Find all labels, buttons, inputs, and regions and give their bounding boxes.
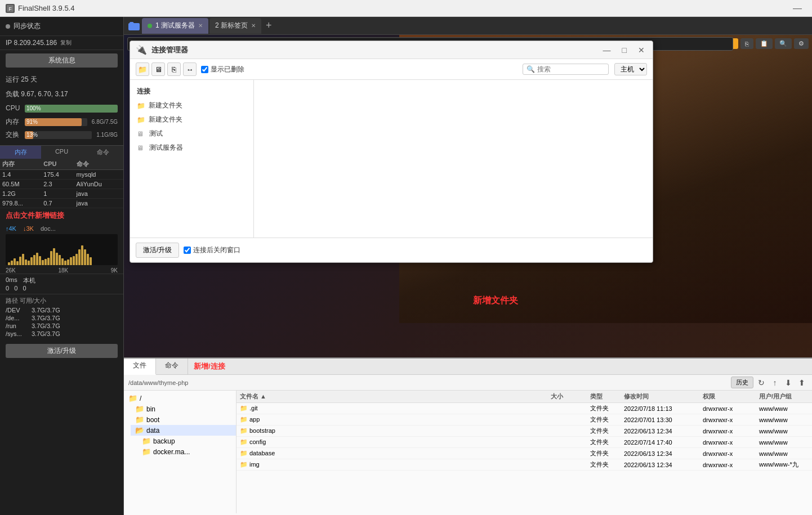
col-size[interactable]: 大小 xyxy=(547,392,587,401)
file-name: 📁bootstrap xyxy=(237,427,547,435)
proc-row[interactable]: 1.2G1java xyxy=(0,189,123,198)
copy-icon-button[interactable]: ⎘ xyxy=(740,38,753,49)
app-icon: F xyxy=(6,4,15,13)
conn-tree-item-folder2[interactable]: 📁 新建文件夹 xyxy=(132,113,251,127)
folder-icon-bin: 📁 xyxy=(135,405,144,413)
tree-item-docker[interactable]: 📁docker.ma... xyxy=(137,446,236,457)
proc-tab-cpu[interactable]: CPU xyxy=(41,146,82,159)
sys-info-button[interactable]: 系统信息 xyxy=(6,53,118,68)
col-name[interactable]: 文件名 ▲ xyxy=(237,392,547,401)
minimize-button[interactable]: — xyxy=(788,3,806,14)
file-tab-cmd[interactable]: 命令 xyxy=(156,359,188,374)
conn-modal-minimize[interactable]: — xyxy=(601,46,613,55)
file-list-row[interactable]: 📁config 文件夹 2022/07/14 17:40 drwxrwxr-x … xyxy=(237,437,812,448)
net-bar xyxy=(70,257,72,265)
file-perm: drwxrwxr-x xyxy=(699,450,756,457)
proc-col-mem: 内存 xyxy=(0,159,41,170)
file-list-row[interactable]: 📁app 文件夹 2022/07/01 13:30 drwxrwxr-x www… xyxy=(237,414,812,426)
tree-item-data[interactable]: 📂data xyxy=(131,425,236,436)
tree-label-backup: backup xyxy=(153,437,175,445)
net-bar xyxy=(47,258,50,265)
proc-col-cmd: 命令 xyxy=(74,159,123,170)
conn-tree-item-testserver[interactable]: 🖥 测试服务器 xyxy=(132,141,251,155)
tree-item-boot[interactable]: 📁boot xyxy=(131,414,236,425)
conn-close-after-checkbox[interactable] xyxy=(184,247,191,254)
conn-tree-item-test[interactable]: 🖥 测试 xyxy=(132,127,251,141)
disk-row: /de...3.7G/3.7G xyxy=(6,315,118,321)
conn-close-after-checkbox-label[interactable]: 连接后关闭窗口 xyxy=(184,245,240,255)
col-type[interactable]: 类型 xyxy=(587,392,621,401)
col-owner[interactable]: 用户/用户组 xyxy=(756,392,812,401)
conn-show-deleted[interactable]: 显示已删除 xyxy=(201,65,244,74)
tab-bar: 1 测试服务器 ✕ 2 新标签页 ✕ + xyxy=(124,17,812,35)
disk-row: /run3.7G/3.7G xyxy=(6,323,118,329)
up-icon[interactable]: ↑ xyxy=(769,377,780,388)
col-perm[interactable]: 权限 xyxy=(699,392,756,401)
proc-row[interactable]: 60.5M2.3AliYunDu xyxy=(0,179,123,189)
conn-search-input[interactable] xyxy=(537,65,605,73)
conn-tree-label-test: 测试 xyxy=(149,129,163,138)
file-list-row[interactable]: 📁img 文件夹 2022/06/13 12:34 drwxrwxr-x www… xyxy=(237,459,812,471)
copy-ip-button[interactable]: 复制 xyxy=(60,39,72,47)
cpu-progress: 100% xyxy=(25,105,118,113)
file-owner: www/www xyxy=(756,439,812,446)
proc-tabs: 内存 CPU 命令 xyxy=(0,145,123,159)
net-bar xyxy=(28,261,30,265)
download-icon[interactable]: ⬇ xyxy=(783,377,794,388)
activate-button[interactable]: 激活/升级 xyxy=(6,344,118,358)
tab-1-close[interactable]: ✕ xyxy=(198,23,203,29)
file-folder-icon: 📁 xyxy=(240,461,248,468)
tab-2-label: 2 新标签页 xyxy=(215,21,248,30)
conn-new-conn-button[interactable]: 🖥 xyxy=(151,62,165,76)
conn-new-folder-button[interactable]: 📁 xyxy=(136,62,149,76)
tree-item-backup[interactable]: 📁backup xyxy=(137,436,236,446)
net-bar xyxy=(73,256,75,265)
proc-row[interactable]: 979.8...0.7java xyxy=(0,198,123,208)
conn-activate-button[interactable]: 激活/升级 xyxy=(136,243,179,258)
svg-text:F: F xyxy=(8,6,12,12)
file-list-row[interactable]: 📁bootstrap 文件夹 2022/06/13 12:34 drwxrwxr… xyxy=(237,426,812,437)
conn-move-button[interactable]: ↔ xyxy=(183,62,197,76)
tab-1-server[interactable]: 1 测试服务器 ✕ xyxy=(142,18,208,34)
net-level-2: 18K xyxy=(58,267,68,274)
net-bar xyxy=(61,258,64,265)
proc-tab-mem[interactable]: 内存 xyxy=(0,146,41,159)
file-list-row[interactable]: 📁database 文件夹 2022/06/13 12:34 drwxrwxr-… xyxy=(237,448,812,459)
search-icon-button[interactable]: 🔍 xyxy=(775,38,792,49)
swap-row: 交换 13% 1.1G/8G xyxy=(6,129,118,141)
gear-icon-button[interactable]: ⚙ xyxy=(794,38,809,49)
tab-2-newtab[interactable]: 2 新标签页 ✕ xyxy=(209,18,261,34)
net-bar xyxy=(25,259,27,265)
file-folder-icon: 📁 xyxy=(240,405,248,411)
mem-row: 内存 91% 6.8G/7.5G xyxy=(6,116,118,128)
conn-copy-button[interactable]: ⎘ xyxy=(167,62,181,76)
disk-path: /sys... xyxy=(6,330,26,337)
tree-item-bin[interactable]: 📁bin xyxy=(131,404,236,414)
conn-modal-close[interactable]: ✕ xyxy=(636,46,647,55)
proc-col-cpu: CPU xyxy=(41,159,74,170)
folder-tab-icon[interactable] xyxy=(126,18,142,34)
tab-add-button[interactable]: + xyxy=(262,20,275,32)
proc-tab-cmd[interactable]: 命令 xyxy=(82,146,123,159)
col-time[interactable]: 修改时间 xyxy=(621,392,699,401)
file-history-button[interactable]: 历史 xyxy=(731,377,753,388)
conn-folder-icon-2: 📁 xyxy=(137,116,145,124)
tab-2-close[interactable]: ✕ xyxy=(251,23,256,29)
conn-tree-item-folder1[interactable]: 📁 新建文件夹 xyxy=(132,98,251,113)
conn-host-select[interactable]: 主机 xyxy=(614,63,647,75)
net-bar xyxy=(56,253,58,265)
copy2-icon-button[interactable]: 📋 xyxy=(756,38,773,49)
conn-show-deleted-checkbox[interactable] xyxy=(201,66,208,73)
refresh-icon[interactable]: ↻ xyxy=(756,377,767,388)
net-bar xyxy=(64,261,66,265)
conn-modal-maximize[interactable]: □ xyxy=(620,46,629,55)
file-perm: drwxrwxr-x xyxy=(699,462,756,468)
annotation-new-connection: 新增/连接 xyxy=(194,359,225,374)
upload-icon[interactable]: ⬆ xyxy=(796,377,807,388)
file-tab-files[interactable]: 文件 xyxy=(124,359,156,375)
file-list-row[interactable]: 📁.git 文件夹 2022/07/18 11:13 drwxrwxr-x ww… xyxy=(237,403,812,414)
proc-row[interactable]: 1.4175.4mysqld xyxy=(0,169,123,179)
conn-folder-icon-1: 📁 xyxy=(137,102,145,110)
tree-item-root[interactable]: 📁/ xyxy=(124,393,236,404)
proc-cpu: 0.7 xyxy=(41,198,74,208)
